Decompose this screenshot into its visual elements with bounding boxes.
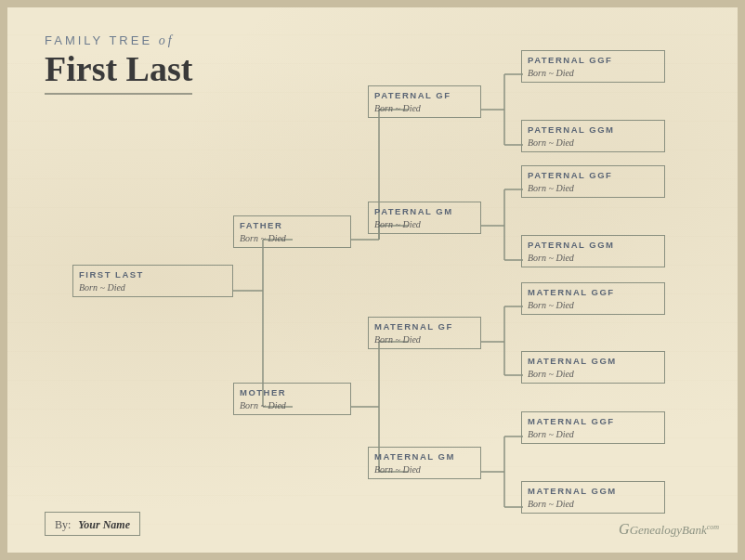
paternal-ggf1-dates: Born ~ Died xyxy=(522,67,664,82)
maternal-ggm2-dates: Born ~ Died xyxy=(522,498,664,513)
paternal-ggf1-name: PATERNAL GGF xyxy=(522,51,664,67)
maternal-ggf2-name: MATERNAL GGF xyxy=(522,412,664,428)
maternal-gf-box: MATERNAL GF Born ~ Died xyxy=(368,317,481,349)
maternal-ggm1-name: MATERNAL GGM xyxy=(522,352,664,368)
paternal-ggm1-dates: Born ~ Died xyxy=(522,137,664,151)
paternal-gf-name: PATERNAL GF xyxy=(369,86,480,102)
paternal-gf-dates: Born ~ Died xyxy=(369,102,480,117)
maternal-ggm2-box: MATERNAL GGM Born ~ Died xyxy=(521,481,665,514)
watermark-g: G xyxy=(619,521,630,537)
maternal-gm-dates: Born ~ Died xyxy=(369,463,480,478)
paternal-ggf2-box: PATERNAL GGF Born ~ Died xyxy=(521,165,665,198)
maternal-ggf2-box: MATERNAL GGF Born ~ Died xyxy=(521,411,665,444)
maternal-gf-dates: Born ~ Died xyxy=(369,333,480,348)
maternal-ggm1-box: MATERNAL GGM Born ~ Died xyxy=(521,351,665,384)
maternal-gm-box: MATERNAL GM Born ~ Died xyxy=(368,447,481,479)
paternal-gm-name: PATERNAL GM xyxy=(369,202,480,218)
paternal-ggf2-dates: Born ~ Died xyxy=(522,182,664,197)
watermark: GGenealogyBankcom xyxy=(619,521,719,538)
by-line: By: Your Name xyxy=(45,512,140,536)
paternal-ggm2-dates: Born ~ Died xyxy=(522,252,664,267)
maternal-ggm1-dates: Born ~ Died xyxy=(522,368,664,383)
title-top-text: FAMILY TREE xyxy=(45,33,152,47)
title-area: FAMILY TREE of First Last xyxy=(45,33,192,95)
paternal-gm-box: PATERNAL GM Born ~ Died xyxy=(368,202,481,234)
paternal-ggf2-name: PATERNAL GGF xyxy=(522,166,664,182)
paternal-ggm2-box: PATERNAL GGM Born ~ Died xyxy=(521,235,665,267)
by-name: Your Name xyxy=(78,518,130,531)
paternal-ggm1-name: PATERNAL GGM xyxy=(522,121,664,137)
maternal-ggf1-dates: Born ~ Died xyxy=(522,299,664,314)
paternal-ggm1-box: PATERNAL GGM Born ~ Died xyxy=(521,120,665,152)
by-label: By: xyxy=(55,518,71,531)
maternal-gm-name: MATERNAL GM xyxy=(369,448,480,463)
paternal-gf-box: PATERNAL GF Born ~ Died xyxy=(368,85,481,118)
maternal-ggm2-name: MATERNAL GGM xyxy=(522,482,664,498)
self-box: FIRST LAST Born ~ Died xyxy=(72,265,233,297)
mother-dates: Born ~ Died xyxy=(234,399,350,414)
watermark-text: GenealogyBank xyxy=(630,523,707,537)
paternal-gm-dates: Born ~ Died xyxy=(369,218,480,233)
maternal-gf-name: MATERNAL GF xyxy=(369,318,480,333)
father-box: FATHER Born ~ Died xyxy=(233,215,351,248)
title-main-name: First Last xyxy=(45,50,192,95)
father-dates: Born ~ Died xyxy=(234,232,350,247)
paternal-ggf1-box: PATERNAL GGF Born ~ Died xyxy=(521,50,665,83)
watermark-tld: com xyxy=(707,523,719,531)
self-name: FIRST LAST xyxy=(73,266,232,281)
mother-name: MOTHER xyxy=(234,384,350,399)
title-top: FAMILY TREE of xyxy=(45,33,192,48)
maternal-ggf1-name: MATERNAL GGF xyxy=(522,283,664,299)
maternal-ggf2-dates: Born ~ Died xyxy=(522,428,664,443)
paternal-ggm2-name: PATERNAL GGM xyxy=(522,236,664,252)
self-dates: Born ~ Died xyxy=(73,281,232,296)
father-name: FATHER xyxy=(234,216,350,232)
mother-box: MOTHER Born ~ Died xyxy=(233,383,351,415)
maternal-ggf1-box: MATERNAL GGF Born ~ Died xyxy=(521,282,665,315)
title-of-text: of xyxy=(159,33,175,47)
page: FAMILY TREE of First Last xyxy=(0,0,745,560)
